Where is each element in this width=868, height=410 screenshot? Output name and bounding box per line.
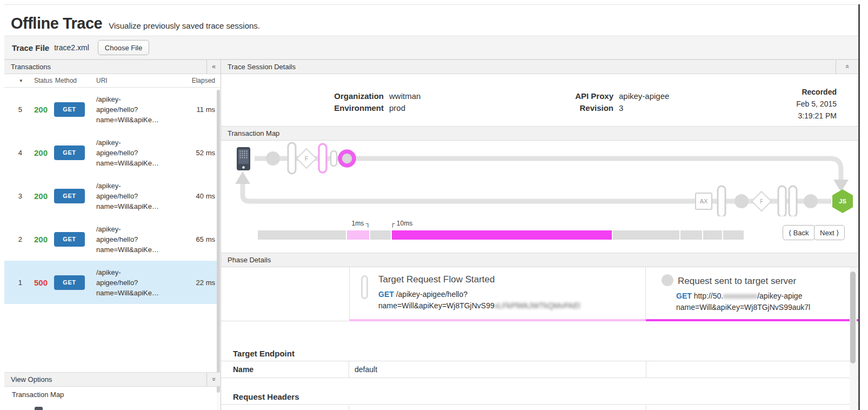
phase-details-title: Phase Details (228, 256, 271, 264)
policy-pill-icon[interactable] (778, 186, 786, 216)
transaction-row[interactable]: 5 200 GET /apikey-apigee/hello?name=Will… (4, 88, 221, 131)
organization-value: wwitman (389, 90, 420, 102)
flow-diamond-icon[interactable]: F (297, 149, 316, 168)
sort-caret-icon[interactable]: ▾ (4, 78, 25, 83)
transaction-number: 3 (4, 192, 25, 200)
window-right-edge (858, 4, 860, 410)
page-header: Offline Trace Visualize previously saved… (4, 5, 858, 36)
phase-card-request-sent[interactable]: Request sent to target server GET http:/… (646, 267, 858, 321)
view-options-item-transaction-map: Transaction Map (12, 391, 64, 399)
recorded-date: Feb 5, 2015 (796, 98, 837, 110)
small-policy-pill-icon[interactable] (331, 151, 337, 166)
step-circle-icon[interactable] (266, 151, 280, 166)
query-string: name=Will&apiKey=Wj8TGjNvS99 (378, 301, 495, 310)
policy-pill-icon[interactable] (789, 186, 797, 216)
phase-cards-row: Target Request Flow Started GET /apikey-… (221, 267, 858, 321)
phase-underline-magenta (646, 319, 858, 321)
timeline-segment[interactable] (392, 230, 612, 240)
offline-trace-page: Offline Trace Visualize previously saved… (0, 0, 868, 410)
request-url: /apikey-apigee/hello? (394, 290, 468, 299)
selected-policy-pill-icon[interactable] (319, 144, 326, 173)
flow-diamond-icon[interactable]: F (752, 191, 771, 211)
view-options-title: View Options (11, 375, 52, 383)
transaction-row[interactable]: 1 500 GET /apikey-apigee/hello?name=Will… (4, 261, 221, 304)
status-badge: 200 (25, 148, 53, 157)
empty-cell (221, 406, 349, 410)
transaction-map-title: Transaction Map (228, 129, 279, 137)
column-method[interactable]: Method (53, 77, 96, 84)
phase-card-target-request[interactable]: Target Request Flow Started GET /apikey-… (350, 267, 646, 321)
timeline-segment[interactable] (613, 230, 679, 240)
collapse-up-icon[interactable]: « (836, 60, 858, 74)
details-scrollbar-thumb[interactable] (850, 272, 856, 363)
timeline-segment[interactable] (680, 230, 702, 240)
svg-text:AX: AX (700, 198, 708, 204)
status-badge: 200 (25, 105, 53, 114)
collapse-left-icon[interactable]: « (206, 60, 221, 74)
phase-details-header: Phase Details (221, 253, 858, 267)
timeline: 1ms ┐ ┌ 10ms ⟨ Back Next ⟩ (221, 216, 858, 253)
column-uri[interactable]: URI (96, 77, 183, 84)
timeline-segment[interactable] (703, 230, 722, 240)
method-badge: GET (54, 232, 85, 247)
redacted-text: xxxxxxxxx (723, 292, 757, 300)
step-circle-icon (662, 274, 673, 286)
policy-pill-icon[interactable] (288, 143, 296, 174)
table-row-partial (221, 406, 858, 410)
transaction-uri: /apikey-apigee/hello?name=Will&apiKe… (96, 181, 183, 211)
view-options-header: View Options » (4, 372, 221, 387)
query-string: name=Will&apiKey=Wj8TGjNvS99auk7l (676, 302, 858, 313)
status-badge: 200 (25, 191, 53, 201)
timeline-segment[interactable] (723, 230, 744, 240)
timeline-marker-1ms: 1ms ┐ (318, 220, 370, 227)
transaction-number: 1 (4, 279, 25, 287)
client-phone-icon[interactable] (237, 147, 250, 170)
transactions-panel-title: Transactions (11, 63, 51, 71)
transaction-row[interactable]: 3 200 GET /apikey-apigee/hello?name=Will… (4, 174, 221, 217)
transactions-scrollbar-thumb[interactable] (217, 90, 220, 393)
timeline-bar (258, 230, 745, 240)
nodejs-target-icon[interactable]: JS (832, 189, 853, 213)
selected-step-circle-icon[interactable] (340, 151, 354, 166)
target-endpoint-heading: Target Endpoint (221, 346, 858, 361)
policy-pill-icon[interactable] (718, 186, 725, 216)
target-url-suffix: /apikey-apige (757, 292, 802, 300)
recorded-label: Recorded (796, 86, 837, 98)
svg-text:JS: JS (839, 198, 846, 204)
transaction-number: 4 (4, 149, 25, 157)
transaction-number: 2 (4, 235, 25, 243)
timeline-segment[interactable] (258, 230, 346, 240)
trace-session-details-panel: Trace Session Details « Organizationwwit… (221, 59, 858, 410)
api-proxy-value: apikey-apigee (619, 90, 669, 102)
proxy-revision-group: API Proxyapikey-apigee Revision3 (519, 90, 669, 114)
transaction-uri: /apikey-apigee/hello?name=Will&apiKe… (96, 224, 183, 255)
client-phone-icon-partial (35, 407, 43, 410)
next-button[interactable]: Next ⟩ (814, 225, 845, 240)
environment-value: prod (389, 102, 405, 114)
recorded-group: Recorded Feb 5, 2015 3:19:21 PM (796, 86, 837, 122)
back-button[interactable]: ⟨ Back (783, 225, 815, 240)
step-circle-icon[interactable] (804, 194, 818, 208)
transaction-row[interactable]: 2 200 GET /apikey-apigee/hello?name=Will… (4, 217, 221, 261)
column-elapsed[interactable]: Elapsed (183, 77, 221, 84)
arrow-down-to-target-icon (833, 180, 849, 192)
page-subtitle: Visualize previously saved trace session… (109, 21, 260, 30)
org-env-group: Organizationwwitman Environmentprod (270, 90, 420, 114)
method-get: GET (676, 292, 692, 300)
svg-text:F: F (760, 199, 763, 204)
collapse-down-icon[interactable]: » (206, 373, 221, 387)
analytics-ax-icon[interactable]: AX (696, 193, 712, 209)
column-status[interactable]: Status (25, 77, 53, 84)
timeline-segment[interactable] (370, 230, 391, 240)
choose-file-button[interactable]: Choose File (98, 40, 149, 55)
step-circle-icon[interactable] (735, 194, 749, 208)
transactions-rows: 5 200 GET /apikey-apigee/hello?name=Will… (4, 88, 221, 372)
status-badge: 200 (25, 235, 53, 244)
status-badge: 500 (25, 278, 53, 287)
redacted-text: xLFkPlWkJWTkQMvPAEl (495, 301, 580, 310)
elapsed-time: 40 ms (183, 192, 221, 200)
transaction-map: F AX F JS (221, 141, 858, 216)
timeline-segment[interactable] (347, 230, 369, 240)
phase-card-title: Request sent to target server (678, 276, 796, 286)
transaction-row[interactable]: 4 200 GET /apikey-apigee/hello?name=Will… (4, 131, 221, 174)
